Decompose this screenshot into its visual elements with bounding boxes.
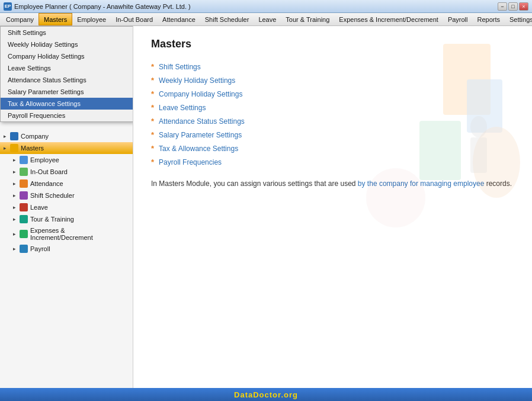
content-link-tax[interactable]: Tax & Allowance Settings — [159, 145, 238, 153]
expand-arrow-icon: ▸ — [13, 157, 16, 163]
sidebar-nav: ▸Company▸Masters▸Employee▸In-Out Board▸A… — [0, 130, 133, 255]
content-area: Masters *Shift Settings*Weekly Holiday S… — [133, 26, 532, 388]
sidebar-label-shift: Shift Scheduler — [30, 192, 75, 199]
sidebar-label-employee: Employee — [30, 156, 59, 163]
content-list-item-tax: *Tax & Allowance Settings — [151, 144, 514, 153]
expand-arrow-icon: ▸ — [13, 193, 16, 198]
menu-item-reports[interactable]: Reports — [473, 13, 505, 25]
sidebar-label-attendance: Attendance — [30, 180, 63, 187]
bottom-logo: DataDoctor.org — [234, 390, 298, 399]
content-list-item-leave: *Leave Settings — [151, 103, 514, 112]
maximize-button[interactable]: □ — [508, 2, 518, 11]
content-list-item-payroll: *Payroll Frequencies — [151, 158, 514, 166]
dropdown-item-salary-param[interactable]: Salary Parameter Settings — [1, 86, 133, 98]
bullet-icon: * — [151, 144, 154, 153]
title-controls: − □ × — [498, 2, 528, 11]
bullet-icon: * — [151, 76, 154, 85]
page-title: Masters — [151, 38, 514, 50]
menu-item-settings[interactable]: Settings — [505, 13, 532, 25]
content-link-leave[interactable]: Leave Settings — [159, 104, 206, 112]
menu-item-employee[interactable]: Employee — [72, 13, 111, 25]
title-bar-left: EP Employee Planner ( Company - Anawhite… — [4, 2, 191, 11]
sidebar-label-payroll: Payroll — [30, 245, 50, 252]
expand-arrow-icon: ▸ — [4, 133, 7, 139]
expand-arrow-icon: ▸ — [13, 246, 16, 252]
content-link-company-holiday[interactable]: Company Holiday Settings — [159, 90, 242, 98]
close-button[interactable]: × — [519, 2, 528, 11]
sidebar-icon-masters — [10, 144, 18, 152]
content-list-item-shift: *Shift Settings — [151, 62, 514, 71]
sidebar-label-inout: In-Out Board — [30, 168, 68, 175]
bullet-icon: * — [151, 103, 154, 112]
menu-item-payroll[interactable]: Payroll — [443, 13, 473, 25]
sidebar-item-leave[interactable]: ▸Leave — [0, 201, 133, 213]
content-list-item-attendance: *Attendance Status Settings — [151, 117, 514, 126]
bullet-icon: * — [151, 158, 154, 166]
sidebar-item-inout[interactable]: ▸In-Out Board — [0, 166, 133, 178]
content-link-shift[interactable]: Shift Settings — [159, 63, 201, 71]
app-icon: EP — [4, 2, 12, 11]
menu-item-masters[interactable]: Masters — [39, 13, 72, 25]
sidebar-icon-employee — [20, 156, 28, 164]
expand-arrow-icon: ▸ — [13, 231, 16, 237]
content-link-salary[interactable]: Salary Parameter Settings — [159, 131, 242, 139]
content-link-payroll[interactable]: Payroll Frequencies — [159, 158, 222, 166]
sidebar-item-attendance[interactable]: ▸Attendance — [0, 178, 133, 190]
content-link-attendance[interactable]: Attendance Status Settings — [159, 117, 245, 126]
sidebar-icon-inout — [20, 168, 28, 176]
dropdown-item-weekly-holiday[interactable]: Weekly Holiday Settings — [1, 39, 133, 50]
bullet-icon: * — [151, 89, 154, 98]
sidebar-item-payroll[interactable]: ▸Payroll — [0, 243, 133, 255]
sidebar-icon-payroll — [20, 245, 28, 253]
sidebar-item-tour[interactable]: ▸Tour & Training — [0, 213, 133, 225]
menu-item-leave[interactable]: Leave — [254, 13, 281, 25]
dropdown-item-payroll-freq[interactable]: Payroll Frequencies — [1, 110, 133, 121]
menu-item-attendance[interactable]: Attendance — [158, 13, 200, 25]
description-text: In Masters Module, you can assign variou… — [151, 178, 514, 189]
expand-arrow-icon: ▸ — [13, 181, 16, 187]
sidebar-icon-tour — [20, 215, 28, 223]
menu-item-tour[interactable]: Tour & Training — [281, 13, 334, 25]
dropdown-item-shift-settings[interactable]: Shift Settings — [1, 27, 133, 39]
content-list: *Shift Settings*Weekly Holiday Settings*… — [151, 62, 514, 166]
sidebar-item-shift[interactable]: ▸Shift Scheduler — [0, 190, 133, 201]
bottom-bar: DataDoctor.org — [0, 388, 532, 401]
sidebar-item-expenses[interactable]: ▸Expenses & Increment/Decrement — [0, 225, 133, 243]
menu-item-company[interactable]: Company — [1, 13, 39, 25]
expand-arrow-icon: ▸ — [13, 169, 16, 175]
sidebar-icon-leave — [20, 203, 28, 211]
dropdown-item-leave-settings[interactable]: Leave Settings — [1, 62, 133, 74]
dropdown-item-company-holiday[interactable]: Company Holiday Settings — [1, 50, 133, 62]
title-text: Employee Planner ( Company - Anawhite Ga… — [14, 3, 191, 10]
sidebar-icon-shift — [20, 191, 28, 200]
content-list-item-salary: *Salary Parameter Settings — [151, 130, 514, 139]
highlight-text: by the company for managing employee — [358, 179, 484, 188]
sidebar-label-leave: Leave — [30, 204, 48, 211]
masters-dropdown-menu: Shift SettingsWeekly Holiday SettingsCom… — [0, 26, 133, 122]
expand-arrow-icon: ▸ — [4, 145, 7, 151]
sidebar-label-tour: Tour & Training — [30, 216, 74, 223]
logo-text: DataDoctor.org — [234, 390, 298, 399]
sidebar: Shift SettingsWeekly Holiday SettingsCom… — [0, 26, 133, 388]
title-bar: EP Employee Planner ( Company - Anawhite… — [0, 0, 532, 13]
sidebar-icon-attendance — [20, 179, 28, 188]
dropdown-item-tax-allowance[interactable]: Tax & Allowance Settings — [1, 98, 133, 110]
sidebar-icon-company — [10, 132, 18, 140]
menu-item-expenses[interactable]: Expenses & Increment/Decrement — [334, 13, 443, 25]
bullet-icon: * — [151, 130, 154, 139]
content-link-weekly[interactable]: Weekly Holiday Settings — [159, 76, 235, 85]
bullet-icon: * — [151, 62, 154, 71]
dropdown-item-attendance-status[interactable]: Attendance Status Settings — [1, 74, 133, 86]
content-list-item-company-holiday: *Company Holiday Settings — [151, 89, 514, 98]
sidebar-item-employee[interactable]: ▸Employee — [0, 154, 133, 166]
minimize-button[interactable]: − — [498, 2, 507, 11]
menu-item-shift[interactable]: Shift Scheduler — [200, 13, 254, 25]
menu-item-inout[interactable]: In-Out Board — [111, 13, 158, 25]
content-list-item-weekly: *Weekly Holiday Settings — [151, 76, 514, 85]
main-layout: Shift SettingsWeekly Holiday SettingsCom… — [0, 26, 532, 388]
sidebar-item-masters[interactable]: ▸Masters — [0, 142, 133, 154]
sidebar-label-company: Company — [21, 133, 49, 140]
sidebar-item-company[interactable]: ▸Company — [0, 130, 133, 142]
sidebar-label-masters: Masters — [21, 145, 44, 152]
expand-arrow-icon: ▸ — [13, 216, 16, 222]
